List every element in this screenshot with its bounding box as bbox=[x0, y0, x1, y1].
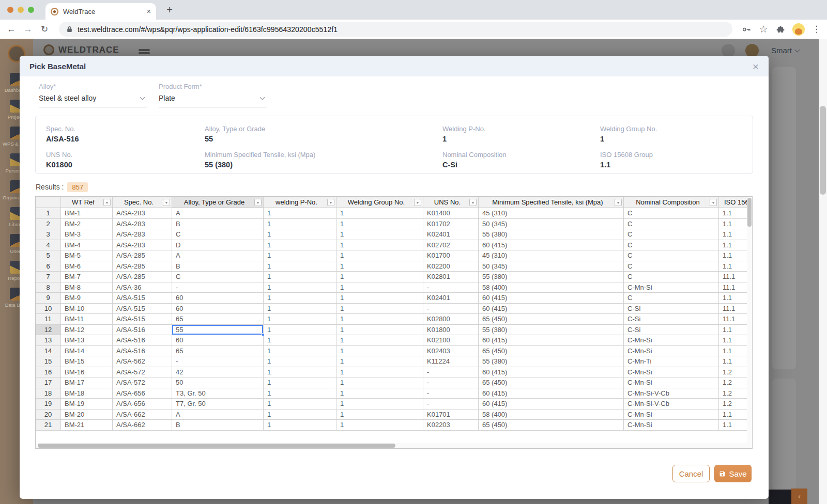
table-cell[interactable]: 1 bbox=[264, 356, 336, 367]
table-cell[interactable]: BM-17 bbox=[61, 377, 113, 388]
table-cell[interactable]: 60 bbox=[172, 293, 264, 304]
table-cell[interactable]: C-Mn-Si bbox=[624, 335, 719, 346]
table-cell[interactable]: 1 bbox=[336, 410, 423, 420]
table-cell[interactable]: K02801 bbox=[423, 272, 479, 282]
scrollbar-thumb[interactable] bbox=[820, 106, 826, 195]
row-number[interactable]: 13 bbox=[36, 335, 61, 346]
row-number[interactable]: 20 bbox=[36, 410, 61, 420]
table-cell[interactable]: 65 (450) bbox=[479, 420, 624, 431]
table-cell[interactable]: 1 bbox=[264, 282, 336, 293]
table-cell[interactable]: 60 bbox=[172, 304, 264, 314]
filter-icon[interactable]: ▼ bbox=[615, 199, 622, 206]
table-cell[interactable]: C bbox=[624, 208, 719, 219]
column-header[interactable]: Nominal Composition▼ bbox=[624, 197, 719, 208]
table-cell[interactable]: 1 bbox=[336, 250, 423, 261]
table-cell[interactable]: 1 bbox=[264, 261, 336, 272]
row-number[interactable]: 2 bbox=[36, 219, 61, 230]
table-cell[interactable]: 45 (310) bbox=[479, 208, 624, 219]
table-cell[interactable]: K02401 bbox=[423, 229, 479, 240]
table-cell[interactable]: 1.1 bbox=[719, 219, 747, 230]
table-cell[interactable]: C bbox=[624, 229, 719, 240]
table-cell[interactable]: 42 bbox=[172, 367, 264, 378]
column-header[interactable]: WT Ref▼ bbox=[61, 197, 113, 208]
table-cell[interactable]: C bbox=[624, 250, 719, 261]
table-cell[interactable]: K01400 bbox=[423, 208, 479, 219]
row-number[interactable]: 17 bbox=[36, 377, 61, 388]
table-cell[interactable]: 65 bbox=[172, 314, 264, 325]
window-close-button[interactable] bbox=[7, 7, 13, 13]
table-cell[interactable]: 1 bbox=[264, 420, 336, 431]
table-cell[interactable]: BM-4 bbox=[61, 240, 113, 251]
table-cell[interactable]: BM-7 bbox=[61, 272, 113, 282]
new-tab-button[interactable]: + bbox=[163, 4, 176, 17]
table-cell[interactable]: 1 bbox=[264, 346, 336, 357]
table-cell[interactable]: K02702 bbox=[423, 240, 479, 251]
table-cell[interactable]: B bbox=[172, 219, 264, 230]
row-number[interactable]: 7 bbox=[36, 272, 61, 282]
table-cell[interactable]: 1 bbox=[336, 335, 423, 346]
browser-tab[interactable]: WeldTrace × bbox=[45, 3, 156, 20]
table-cell[interactable]: A/SA-285 bbox=[113, 272, 172, 282]
table-cell[interactable]: 65 (450) bbox=[479, 377, 624, 388]
table-cell[interactable]: A/SA-283 bbox=[113, 229, 172, 240]
window-zoom-button[interactable] bbox=[28, 7, 34, 13]
menu-toggle-icon[interactable] bbox=[139, 49, 150, 51]
table-cell[interactable]: C bbox=[624, 272, 719, 282]
table-cell[interactable]: 60 (415) bbox=[479, 335, 624, 346]
table-cell[interactable]: 1.2 bbox=[719, 388, 747, 399]
table-cell[interactable]: 1 bbox=[336, 219, 423, 230]
row-number[interactable]: 5 bbox=[36, 250, 61, 261]
filter-icon[interactable]: ▼ bbox=[103, 199, 111, 206]
table-cell[interactable]: BM-8 bbox=[61, 282, 113, 293]
table-cell[interactable]: - bbox=[172, 282, 264, 293]
table-cell[interactable]: BM-11 bbox=[61, 314, 113, 325]
star-icon[interactable]: ☆ bbox=[758, 23, 769, 35]
table-cell[interactable]: A bbox=[172, 410, 264, 420]
table-cell[interactable]: - bbox=[423, 377, 479, 388]
table-cell[interactable]: C bbox=[624, 261, 719, 272]
table-cell[interactable]: C-Mn-Si bbox=[624, 420, 719, 431]
table-cell[interactable]: 1.1 bbox=[719, 420, 747, 431]
table-cell[interactable]: 1 bbox=[336, 261, 423, 272]
table-horizontal-scrollbar[interactable] bbox=[36, 443, 747, 448]
table-cell[interactable]: C-Mn-Si bbox=[624, 410, 719, 420]
table-cell[interactable]: 1 bbox=[264, 293, 336, 304]
table-cell[interactable]: 1 bbox=[264, 304, 336, 314]
table-cell[interactable]: 1 bbox=[264, 367, 336, 378]
table-cell[interactable]: BM-14 bbox=[61, 346, 113, 357]
table-cell[interactable]: - bbox=[423, 304, 479, 314]
table-cell[interactable]: 1 bbox=[264, 377, 336, 388]
table-cell[interactable]: 11.1 bbox=[719, 304, 747, 314]
table-cell[interactable]: 1.1 bbox=[719, 335, 747, 346]
forward-icon[interactable]: → bbox=[23, 24, 33, 35]
table-cell[interactable]: 1 bbox=[264, 410, 336, 420]
table-cell[interactable]: 1 bbox=[336, 272, 423, 282]
table-cell[interactable]: C-Mn-Si-V-Cb bbox=[624, 388, 719, 399]
table-cell[interactable]: T7, Gr. 50 bbox=[172, 399, 264, 410]
column-header[interactable]: Alloy, Type or Grade▼ bbox=[172, 197, 264, 208]
table-cell[interactable]: BM-1 bbox=[61, 208, 113, 219]
table-cell[interactable]: A/SA-562 bbox=[113, 356, 172, 367]
table-cell[interactable]: A/SA-572 bbox=[113, 367, 172, 378]
table-cell[interactable]: 55 (380) bbox=[479, 272, 624, 282]
table-cell[interactable]: 60 (415) bbox=[479, 304, 624, 314]
table-cell[interactable]: D bbox=[172, 240, 264, 251]
row-number[interactable]: 8 bbox=[36, 282, 61, 293]
tab-close-icon[interactable]: × bbox=[147, 7, 151, 15]
table-cell[interactable]: 60 bbox=[172, 335, 264, 346]
filter-icon[interactable]: ▼ bbox=[414, 199, 421, 206]
filter-icon[interactable]: ▼ bbox=[327, 199, 334, 206]
table-cell[interactable]: C-Mn-Si-V-Cb bbox=[624, 399, 719, 410]
table-cell[interactable]: BM-19 bbox=[61, 399, 113, 410]
table-cell[interactable]: A/SA-656 bbox=[113, 399, 172, 410]
table-cell[interactable]: 1 bbox=[264, 325, 336, 336]
table-cell[interactable]: 50 (345) bbox=[479, 219, 624, 230]
table-cell[interactable]: 1.1 bbox=[719, 250, 747, 261]
table-cell[interactable]: BM-5 bbox=[61, 250, 113, 261]
table-cell[interactable]: BM-3 bbox=[61, 229, 113, 240]
row-number[interactable]: 1 bbox=[36, 208, 61, 219]
row-number[interactable]: 15 bbox=[36, 356, 61, 367]
browser-scrollbar[interactable] bbox=[819, 39, 827, 504]
table-cell[interactable]: C-Si bbox=[624, 325, 719, 336]
table-cell[interactable]: 1.2 bbox=[719, 399, 747, 410]
